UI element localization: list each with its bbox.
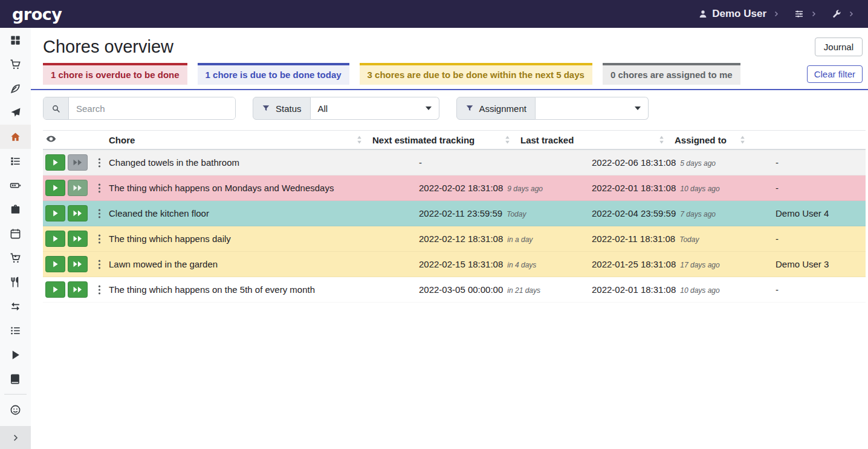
status-label-text: Status bbox=[276, 103, 302, 114]
utensils-icon bbox=[10, 277, 21, 288]
book-icon bbox=[10, 373, 21, 385]
search-icon bbox=[51, 104, 60, 113]
cart-icon bbox=[10, 252, 21, 264]
skip-execution-button[interactable] bbox=[68, 281, 88, 298]
play-icon bbox=[51, 209, 59, 217]
clear-filter-button[interactable]: Clear filter bbox=[807, 65, 863, 83]
journal-button[interactable]: Journal bbox=[815, 38, 863, 56]
chip-assigned-to-me[interactable]: 0 chores are assigned to me bbox=[603, 63, 740, 85]
play-icon bbox=[51, 184, 59, 192]
sidebar bbox=[0, 28, 31, 449]
play-icon bbox=[51, 235, 59, 243]
table-row: The thing which happens daily 2022-02-12… bbox=[43, 226, 866, 252]
sidebar-item-calendar[interactable] bbox=[0, 221, 31, 246]
chore-name: The thing which happens daily bbox=[108, 234, 419, 244]
sidebar-item-tasks[interactable] bbox=[0, 149, 31, 173]
paper-plane-icon bbox=[10, 107, 21, 119]
chore-name: Lawn mowed in the garden bbox=[108, 259, 419, 269]
assigned-to-value: - bbox=[776, 234, 779, 244]
sidebar-item-paper-plane[interactable] bbox=[0, 100, 31, 125]
grocy-logo[interactable]: grocy bbox=[12, 6, 62, 22]
column-label: Assigned to bbox=[675, 135, 727, 145]
chevron-right-icon bbox=[11, 433, 20, 442]
assignment-label-text: Assignment bbox=[479, 103, 526, 114]
row-menu-button[interactable] bbox=[96, 283, 103, 297]
chip-due-today[interactable]: 1 chore is due to be done today bbox=[198, 63, 349, 85]
sidebar-item-grid[interactable] bbox=[0, 28, 31, 52]
last-tracked-timeago: 10 days ago bbox=[680, 286, 719, 295]
user-menu[interactable]: Demo User bbox=[698, 8, 780, 20]
search-input[interactable] bbox=[69, 97, 235, 119]
sort-icon bbox=[658, 136, 665, 144]
last-tracked-timeago: 10 days ago bbox=[680, 185, 719, 193]
wrench-icon bbox=[832, 9, 841, 19]
sidebar-item-feather[interactable] bbox=[0, 76, 31, 100]
table-header: Chore Next estimated tracking Last track… bbox=[43, 130, 866, 150]
fast-forward-icon bbox=[73, 184, 83, 192]
column-header-next-tracking[interactable]: Next estimated tracking bbox=[368, 135, 516, 145]
feather-icon bbox=[10, 83, 21, 94]
column-header-assigned-to[interactable]: Assigned to bbox=[670, 135, 751, 145]
skip-execution-button[interactable] bbox=[68, 205, 88, 221]
next-tracking-timeago: in 21 days bbox=[507, 286, 540, 295]
next-tracking-value: 2022-02-02 18:31:08 bbox=[419, 183, 503, 193]
sidebar-item-consume[interactable] bbox=[0, 270, 31, 294]
skip-execution-button bbox=[68, 154, 88, 171]
last-tracked-timeago: 7 days ago bbox=[680, 210, 716, 218]
skip-execution-button[interactable] bbox=[68, 180, 88, 196]
sidebar-expand-toggle[interactable] bbox=[0, 426, 31, 449]
chore-name: The thing which happens on the 5th of ev… bbox=[108, 284, 419, 295]
skip-execution-button[interactable] bbox=[68, 256, 88, 272]
skip-execution-button[interactable] bbox=[68, 231, 88, 247]
list-icon bbox=[10, 325, 21, 336]
row-menu-button[interactable] bbox=[96, 207, 103, 220]
column-label: Next estimated tracking bbox=[372, 135, 474, 145]
sidebar-item-journal[interactable] bbox=[0, 367, 31, 391]
column-header-last-tracked[interactable]: Last tracked bbox=[516, 135, 670, 145]
track-execution-button[interactable] bbox=[45, 205, 65, 221]
status-select-value: All bbox=[318, 103, 328, 114]
sidebar-item-transfer[interactable] bbox=[0, 294, 31, 318]
track-execution-button[interactable] bbox=[45, 231, 65, 247]
assignment-select[interactable] bbox=[536, 97, 649, 120]
sidebar-item-inventory[interactable] bbox=[0, 318, 31, 342]
sidebar-item-purchase[interactable] bbox=[0, 246, 31, 270]
top-navbar: grocy Demo User bbox=[0, 0, 868, 28]
sidebar-item-chore-tracking[interactable] bbox=[0, 342, 31, 367]
sidebar-item-feedback[interactable] bbox=[0, 398, 31, 422]
status-select[interactable]: All bbox=[311, 97, 439, 120]
visibility-column-header[interactable] bbox=[43, 134, 108, 146]
settings-menu[interactable] bbox=[794, 9, 817, 19]
row-menu-button[interactable] bbox=[96, 182, 103, 195]
admin-menu[interactable] bbox=[832, 9, 855, 19]
column-label: Chore bbox=[109, 135, 135, 145]
assigned-to-value: Demo User 3 bbox=[776, 259, 829, 269]
track-execution-button[interactable] bbox=[45, 281, 65, 298]
last-tracked-value: 2022-02-01 18:31:08 bbox=[592, 284, 676, 295]
track-execution-button[interactable] bbox=[45, 180, 65, 196]
chip-due-soon[interactable]: 3 chores are due to be done within the n… bbox=[360, 63, 592, 85]
shopping-cart-icon bbox=[10, 59, 21, 70]
sliders-icon bbox=[794, 9, 804, 19]
next-tracking-value: 2022-02-15 18:31:08 bbox=[419, 259, 503, 269]
chore-name: Changed towels in the bathroom bbox=[108, 157, 419, 168]
sidebar-item-chores[interactable] bbox=[0, 125, 31, 149]
kebab-menu-icon bbox=[98, 259, 101, 270]
row-menu-button[interactable] bbox=[96, 258, 103, 271]
sidebar-item-batteries[interactable] bbox=[0, 173, 31, 197]
last-tracked-timeago: Today bbox=[679, 235, 699, 244]
chore-name: The thing which happens on Mondays and W… bbox=[108, 183, 419, 193]
status-filter-group: Status All bbox=[253, 97, 439, 120]
assignment-filter-group: Assignment bbox=[456, 97, 649, 120]
sidebar-item-equipment[interactable] bbox=[0, 197, 31, 221]
chip-overdue[interactable]: 1 chore is overdue to be done bbox=[43, 63, 187, 85]
sidebar-item-shopping-cart[interactable] bbox=[0, 52, 31, 76]
next-tracking-value: 2022-02-12 18:31:08 bbox=[419, 234, 503, 244]
track-execution-button[interactable] bbox=[45, 154, 65, 171]
row-menu-button[interactable] bbox=[96, 156, 103, 169]
exchange-icon bbox=[10, 301, 21, 312]
row-menu-button[interactable] bbox=[96, 232, 103, 246]
chevron-down-icon bbox=[635, 107, 641, 110]
column-header-chore[interactable]: Chore bbox=[108, 135, 368, 145]
track-execution-button[interactable] bbox=[45, 256, 65, 272]
